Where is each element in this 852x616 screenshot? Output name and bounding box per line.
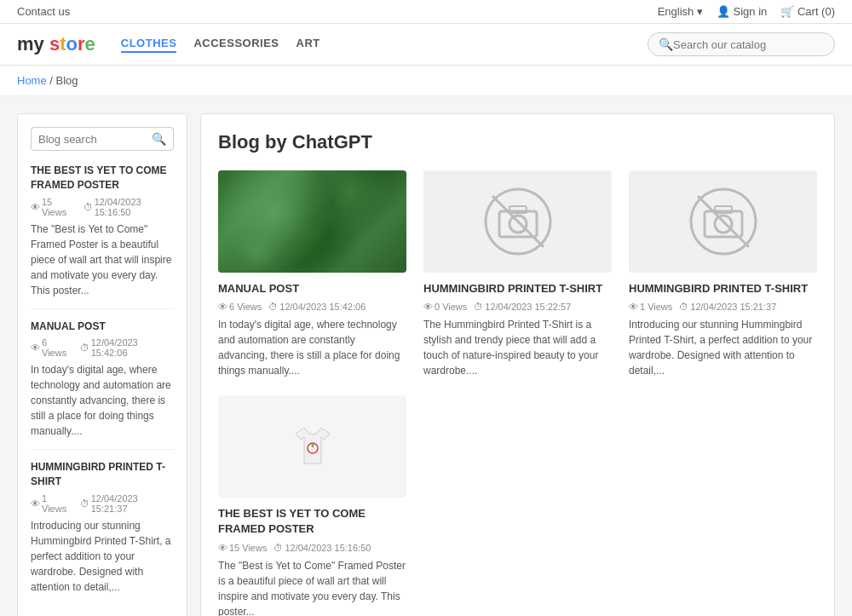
header: my store CLOTHES ACCESSORIES ART 🔍 [0,24,852,66]
breadcrumb-separator: / [49,74,55,87]
blog-card-hummingbird-1-title: HUMMINGBIRD PRINTED T-SHIRT [423,281,612,296]
sidebar-post-3-date: ⏱ 12/04/2023 15:21:37 [80,493,174,514]
eye-icon: 👁 [31,202,40,212]
card-1-date: ⏱ 12/04/2023 15:42:06 [268,302,366,312]
blog-grid-top: MANUAL POST 👁 6 Views ⏱ 12/04/2023 15:42… [218,170,817,378]
tshirt-svg [287,421,338,472]
no-image-placeholder-2 [629,170,817,273]
clock-icon-c4: ⏱ [273,543,283,553]
sidebar-post-2[interactable]: MANUAL POST 👁 6 Views ⏱ 12/04/2023 15:42… [31,320,174,451]
main-content: 🔍 THE BEST IS YET TO COME FRAMED POSTER … [0,96,852,616]
blog-grid-bottom: THE BEST IS YET TO COME FRAMED POSTER 👁 … [218,395,817,616]
sidebar-post-2-title: MANUAL POST [31,320,174,334]
language-selector[interactable]: English ▾ [658,5,703,18]
top-bar: Contact us English ▾ 👤 Sign in 🛒 Cart (0… [0,0,852,24]
blog-card-best-poster-image [218,395,406,498]
eye-icon-c2: 👁 [423,302,433,312]
clock-icon-c3: ⏱ [679,302,688,312]
no-camera-icon-1 [484,187,552,256]
eye-icon-3: 👁 [31,498,40,509]
blog-card-manual-post-title: MANUAL POST [218,281,406,296]
sidebar-post-3-views: 👁 1 Views [31,493,73,514]
blog-card-hummingbird-2-image [629,170,817,273]
card-3-date: ⏱ 12/04/2023 15:21:37 [679,302,776,312]
breadcrumb: Home / Blog [0,66,852,96]
sidebar-post-1-date: ⏱ 12/04/2023 15:16:50 [83,197,174,217]
card-2-date: ⏱ 12/04/2023 15:22:57 [474,302,571,312]
sidebar-search-icon[interactable]: 🔍 [152,132,166,146]
sidebar-post-2-views: 👁 6 Views [31,337,73,358]
blog-card-manual-post[interactable]: MANUAL POST 👁 6 Views ⏱ 12/04/2023 15:42… [218,170,406,378]
blog-main: Blog by ChatGPT MANUAL POST 👁 6 Views ⏱ … [200,113,835,616]
main-nav: CLOTHES ACCESSORIES ART [121,37,622,53]
blog-card-best-poster-meta: 👁 15 Views ⏱ 12/04/2023 15:16:50 [218,543,406,553]
search-icon: 🔍 [659,37,673,51]
logo[interactable]: my store [17,33,95,55]
sidebar-post-1-views: 👁 15 Views [31,197,77,217]
eye-icon-c4: 👁 [218,543,227,553]
signin-link[interactable]: 👤 Sign in [717,5,767,18]
clock-icon-2: ⏱ [80,343,89,353]
contact-us-link[interactable]: Contact us [17,5,70,18]
eye-icon-c3: 👁 [629,302,638,312]
blog-card-hummingbird-2-excerpt: Introducing our stunning Hummingbird Pri… [629,317,817,378]
blog-card-hummingbird-1-excerpt: The Hummingbird Printed T-Shirt is a sty… [423,317,612,378]
clock-icon-3: ⏱ [80,498,89,509]
sidebar-post-1-meta: 👁 15 Views ⏱ 12/04/2023 15:16:50 [31,197,174,217]
eye-icon-2: 👁 [31,343,40,353]
no-camera-icon-2 [689,187,757,256]
sidebar-post-3-title: HUMMINGBIRD PRINTED T-SHIRT [31,460,174,489]
no-image-placeholder-1 [423,170,612,273]
sidebar-post-3-meta: 👁 1 Views ⏱ 12/04/2023 15:21:37 [31,493,174,514]
blog-card-hummingbird-1-meta: 👁 0 Views ⏱ 12/04/2023 15:22:57 [423,302,612,312]
blog-page-title: Blog by ChatGPT [218,131,817,153]
card-1-views: 👁 6 Views [218,302,262,312]
moss-image [218,170,406,273]
catalog-search-box[interactable]: 🔍 [648,32,835,56]
cart-link[interactable]: 🛒 Cart (0) [780,5,835,18]
catalog-search-input[interactable] [673,38,824,51]
breadcrumb-home[interactable]: Home [17,74,47,87]
card-4-views: 👁 15 Views [218,543,267,553]
blog-card-hummingbird-1-image [423,170,612,273]
clock-icon: ⏱ [83,202,93,212]
blog-card-manual-post-excerpt: In today's digital age, where technology… [218,317,406,378]
card-2-views: 👁 0 Views [423,302,467,312]
sidebar: 🔍 THE BEST IS YET TO COME FRAMED POSTER … [17,113,187,616]
sidebar-post-1[interactable]: THE BEST IS YET TO COME FRAMED POSTER 👁 … [31,164,174,309]
blog-card-manual-post-image [218,170,406,273]
sidebar-post-2-meta: 👁 6 Views ⏱ 12/04/2023 15:42:06 [31,337,174,358]
sidebar-post-3[interactable]: HUMMINGBIRD PRINTED T-SHIRT 👁 1 Views ⏱ … [31,460,174,605]
card-4-date: ⏱ 12/04/2023 15:16:50 [273,543,371,553]
sidebar-post-1-title: THE BEST IS YET TO COME FRAMED POSTER [31,164,174,193]
nav-item-art[interactable]: ART [296,37,320,53]
cart-icon: 🛒 [780,5,794,18]
sidebar-search-input[interactable] [38,133,152,146]
clock-icon-c2: ⏱ [474,302,483,312]
blog-card-best-poster-excerpt: The "Best is Yet to Come" Framed Poster … [218,558,406,616]
breadcrumb-current: Blog [56,74,78,87]
svg-point-2 [509,216,527,233]
clock-icon-c1: ⏱ [268,302,278,312]
blog-card-hummingbird-2-title: HUMMINGBIRD PRINTED T-SHIRT [629,281,817,296]
blog-card-best-poster-title: THE BEST IS YET TO COME FRAMED POSTER [218,506,406,537]
svg-point-7 [715,216,732,233]
tshirt-image [218,395,406,498]
sidebar-post-1-excerpt: The "Best is Yet to Come" Framed Poster … [31,222,174,298]
sidebar-post-2-date: ⏱ 12/04/2023 15:42:06 [80,337,174,358]
blog-card-hummingbird-2[interactable]: HUMMINGBIRD PRINTED T-SHIRT 👁 1 Views ⏱ … [629,170,817,378]
sidebar-post-2-excerpt: In today's digital age, where technology… [31,362,174,439]
user-icon: 👤 [717,5,730,18]
card-3-views: 👁 1 Views [629,302,672,312]
sidebar-post-3-excerpt: Introducing our stunning Hummingbird Pri… [31,518,174,595]
blog-card-manual-post-meta: 👁 6 Views ⏱ 12/04/2023 15:42:06 [218,302,406,312]
blog-card-best-poster[interactable]: THE BEST IS YET TO COME FRAMED POSTER 👁 … [218,395,406,616]
sidebar-search-box[interactable]: 🔍 [31,127,174,151]
blog-card-hummingbird-1[interactable]: HUMMINGBIRD PRINTED T-SHIRT 👁 0 Views ⏱ … [423,170,612,378]
nav-item-accessories[interactable]: ACCESSORIES [193,37,279,53]
eye-icon-c1: 👁 [218,302,227,312]
nav-item-clothes[interactable]: CLOTHES [121,37,177,53]
blog-card-hummingbird-2-meta: 👁 1 Views ⏱ 12/04/2023 15:21:37 [629,302,817,312]
